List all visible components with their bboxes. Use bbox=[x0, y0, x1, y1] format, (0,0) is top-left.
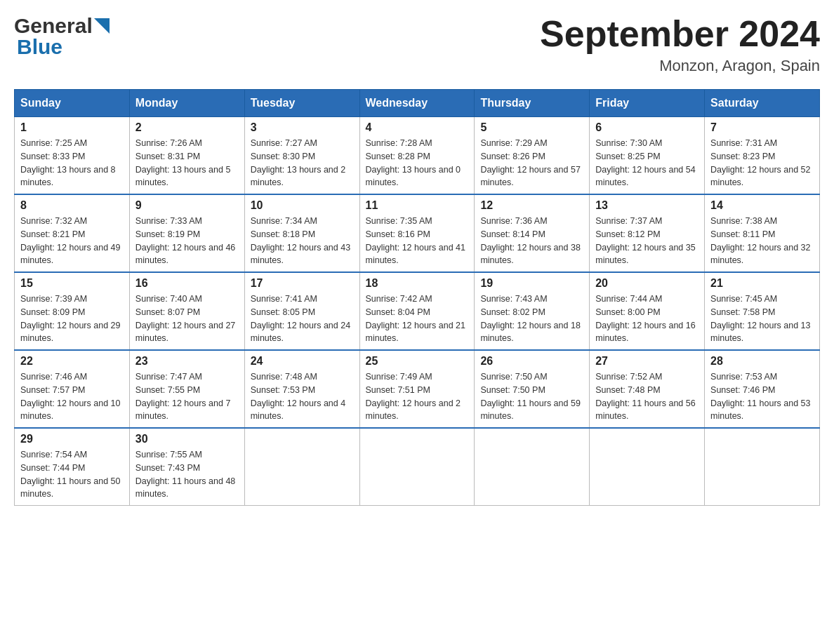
calendar-day-cell: 4 Sunrise: 7:28 AM Sunset: 8:28 PM Dayli… bbox=[359, 117, 475, 195]
calendar-day-cell: 21 Sunrise: 7:45 AM Sunset: 7:58 PM Dayl… bbox=[705, 272, 820, 350]
day-number: 15 bbox=[20, 277, 124, 290]
logo-general-text: General bbox=[14, 14, 93, 38]
calendar-day-cell: 19 Sunrise: 7:43 AM Sunset: 8:02 PM Dayl… bbox=[475, 272, 590, 350]
weekday-header-thursday: Thursday bbox=[475, 90, 590, 117]
day-info: Sunrise: 7:31 AM Sunset: 8:23 PM Dayligh… bbox=[710, 137, 814, 189]
calendar-day-cell: 28 Sunrise: 7:53 AM Sunset: 7:46 PM Dayl… bbox=[705, 350, 820, 428]
calendar-day-cell bbox=[359, 428, 475, 506]
day-info: Sunrise: 7:26 AM Sunset: 8:31 PM Dayligh… bbox=[135, 137, 239, 189]
calendar-day-cell: 29 Sunrise: 7:54 AM Sunset: 7:44 PM Dayl… bbox=[15, 428, 130, 506]
calendar-day-cell: 8 Sunrise: 7:32 AM Sunset: 8:21 PM Dayli… bbox=[15, 194, 130, 272]
calendar-day-cell: 18 Sunrise: 7:42 AM Sunset: 8:04 PM Dayl… bbox=[359, 272, 475, 350]
day-info: Sunrise: 7:36 AM Sunset: 8:14 PM Dayligh… bbox=[480, 215, 583, 267]
calendar-day-cell: 5 Sunrise: 7:29 AM Sunset: 8:26 PM Dayli… bbox=[475, 117, 590, 195]
day-number: 28 bbox=[710, 355, 814, 368]
day-info: Sunrise: 7:52 AM Sunset: 7:48 PM Dayligh… bbox=[595, 370, 699, 423]
logo: General Blue bbox=[14, 14, 110, 59]
day-info: Sunrise: 7:50 AM Sunset: 7:50 PM Dayligh… bbox=[480, 370, 583, 423]
day-info: Sunrise: 7:48 AM Sunset: 7:53 PM Dayligh… bbox=[251, 370, 354, 423]
svg-marker-0 bbox=[94, 18, 110, 34]
day-info: Sunrise: 7:34 AM Sunset: 8:18 PM Dayligh… bbox=[251, 215, 354, 267]
calendar-day-cell: 12 Sunrise: 7:36 AM Sunset: 8:14 PM Dayl… bbox=[475, 194, 590, 272]
day-number: 24 bbox=[251, 355, 354, 368]
weekday-header-row: SundayMondayTuesdayWednesdayThursdayFrid… bbox=[15, 90, 820, 117]
day-number: 9 bbox=[135, 199, 239, 212]
day-number: 22 bbox=[20, 355, 124, 368]
day-info: Sunrise: 7:28 AM Sunset: 8:28 PM Dayligh… bbox=[366, 137, 469, 189]
calendar-day-cell: 17 Sunrise: 7:41 AM Sunset: 8:05 PM Dayl… bbox=[244, 272, 359, 350]
calendar-day-cell: 24 Sunrise: 7:48 AM Sunset: 7:53 PM Dayl… bbox=[244, 350, 359, 428]
day-number: 3 bbox=[251, 121, 354, 134]
day-info: Sunrise: 7:38 AM Sunset: 8:11 PM Dayligh… bbox=[710, 215, 814, 267]
day-info: Sunrise: 7:37 AM Sunset: 8:12 PM Dayligh… bbox=[595, 215, 699, 267]
weekday-header-monday: Monday bbox=[129, 90, 244, 117]
title-section: September 2024 Monzon, Aragon, Spain bbox=[540, 14, 820, 75]
day-info: Sunrise: 7:47 AM Sunset: 7:55 PM Dayligh… bbox=[135, 370, 239, 423]
calendar-day-cell: 25 Sunrise: 7:49 AM Sunset: 7:51 PM Dayl… bbox=[359, 350, 475, 428]
calendar-week-row: 8 Sunrise: 7:32 AM Sunset: 8:21 PM Dayli… bbox=[15, 194, 820, 272]
calendar-day-cell: 27 Sunrise: 7:52 AM Sunset: 7:48 PM Dayl… bbox=[590, 350, 705, 428]
calendar-day-cell: 26 Sunrise: 7:50 AM Sunset: 7:50 PM Dayl… bbox=[475, 350, 590, 428]
day-number: 18 bbox=[366, 277, 469, 290]
calendar-day-cell: 13 Sunrise: 7:37 AM Sunset: 8:12 PM Dayl… bbox=[590, 194, 705, 272]
day-number: 10 bbox=[251, 199, 354, 212]
calendar-day-cell: 9 Sunrise: 7:33 AM Sunset: 8:19 PM Dayli… bbox=[129, 194, 244, 272]
logo-arrow-icon bbox=[94, 18, 110, 34]
day-number: 16 bbox=[135, 277, 239, 290]
calendar-day-cell: 2 Sunrise: 7:26 AM Sunset: 8:31 PM Dayli… bbox=[129, 117, 244, 195]
day-info: Sunrise: 7:44 AM Sunset: 8:00 PM Dayligh… bbox=[595, 293, 699, 345]
day-number: 30 bbox=[135, 433, 239, 445]
day-number: 8 bbox=[20, 199, 124, 212]
day-number: 13 bbox=[595, 199, 699, 212]
day-info: Sunrise: 7:27 AM Sunset: 8:30 PM Dayligh… bbox=[251, 137, 354, 189]
day-info: Sunrise: 7:43 AM Sunset: 8:02 PM Dayligh… bbox=[480, 293, 583, 345]
day-number: 23 bbox=[135, 355, 239, 368]
month-title: September 2024 bbox=[540, 14, 820, 54]
calendar-day-cell bbox=[590, 428, 705, 506]
day-info: Sunrise: 7:55 AM Sunset: 7:43 PM Dayligh… bbox=[135, 448, 239, 501]
day-number: 25 bbox=[366, 355, 469, 368]
weekday-header-sunday: Sunday bbox=[15, 90, 130, 117]
day-info: Sunrise: 7:45 AM Sunset: 7:58 PM Dayligh… bbox=[710, 293, 814, 345]
calendar-week-row: 29 Sunrise: 7:54 AM Sunset: 7:44 PM Dayl… bbox=[15, 428, 820, 506]
day-info: Sunrise: 7:53 AM Sunset: 7:46 PM Dayligh… bbox=[710, 370, 814, 423]
day-number: 12 bbox=[480, 199, 583, 212]
weekday-header-tuesday: Tuesday bbox=[244, 90, 359, 117]
day-number: 6 bbox=[595, 121, 699, 134]
day-number: 17 bbox=[251, 277, 354, 290]
weekday-header-saturday: Saturday bbox=[705, 90, 820, 117]
calendar-day-cell: 10 Sunrise: 7:34 AM Sunset: 8:18 PM Dayl… bbox=[244, 194, 359, 272]
day-info: Sunrise: 7:32 AM Sunset: 8:21 PM Dayligh… bbox=[20, 215, 124, 267]
calendar-table: SundayMondayTuesdayWednesdayThursdayFrid… bbox=[14, 89, 820, 506]
calendar-week-row: 22 Sunrise: 7:46 AM Sunset: 7:57 PM Dayl… bbox=[15, 350, 820, 428]
calendar-day-cell: 30 Sunrise: 7:55 AM Sunset: 7:43 PM Dayl… bbox=[129, 428, 244, 506]
day-number: 14 bbox=[710, 199, 814, 212]
location-text: Monzon, Aragon, Spain bbox=[540, 57, 820, 75]
weekday-header-wednesday: Wednesday bbox=[359, 90, 475, 117]
calendar-day-cell: 6 Sunrise: 7:30 AM Sunset: 8:25 PM Dayli… bbox=[590, 117, 705, 195]
calendar-day-cell bbox=[244, 428, 359, 506]
calendar-day-cell bbox=[705, 428, 820, 506]
day-number: 7 bbox=[710, 121, 814, 134]
logo-blue-text: Blue bbox=[17, 35, 110, 59]
day-info: Sunrise: 7:49 AM Sunset: 7:51 PM Dayligh… bbox=[366, 370, 469, 423]
day-info: Sunrise: 7:29 AM Sunset: 8:26 PM Dayligh… bbox=[480, 137, 583, 189]
calendar-day-cell: 14 Sunrise: 7:38 AM Sunset: 8:11 PM Dayl… bbox=[705, 194, 820, 272]
calendar-week-row: 1 Sunrise: 7:25 AM Sunset: 8:33 PM Dayli… bbox=[15, 117, 820, 195]
day-number: 5 bbox=[480, 121, 583, 134]
day-info: Sunrise: 7:46 AM Sunset: 7:57 PM Dayligh… bbox=[20, 370, 124, 423]
page-header: General Blue September 2024 Monzon, Arag… bbox=[14, 14, 820, 75]
day-info: Sunrise: 7:25 AM Sunset: 8:33 PM Dayligh… bbox=[20, 137, 124, 189]
calendar-day-cell: 3 Sunrise: 7:27 AM Sunset: 8:30 PM Dayli… bbox=[244, 117, 359, 195]
day-number: 21 bbox=[710, 277, 814, 290]
day-info: Sunrise: 7:54 AM Sunset: 7:44 PM Dayligh… bbox=[20, 448, 124, 501]
day-info: Sunrise: 7:42 AM Sunset: 8:04 PM Dayligh… bbox=[366, 293, 469, 345]
day-number: 29 bbox=[20, 433, 124, 445]
calendar-day-cell: 23 Sunrise: 7:47 AM Sunset: 7:55 PM Dayl… bbox=[129, 350, 244, 428]
day-info: Sunrise: 7:39 AM Sunset: 8:09 PM Dayligh… bbox=[20, 293, 124, 345]
calendar-day-cell: 22 Sunrise: 7:46 AM Sunset: 7:57 PM Dayl… bbox=[15, 350, 130, 428]
calendar-day-cell bbox=[475, 428, 590, 506]
calendar-day-cell: 1 Sunrise: 7:25 AM Sunset: 8:33 PM Dayli… bbox=[15, 117, 130, 195]
calendar-day-cell: 7 Sunrise: 7:31 AM Sunset: 8:23 PM Dayli… bbox=[705, 117, 820, 195]
day-number: 11 bbox=[366, 199, 469, 212]
